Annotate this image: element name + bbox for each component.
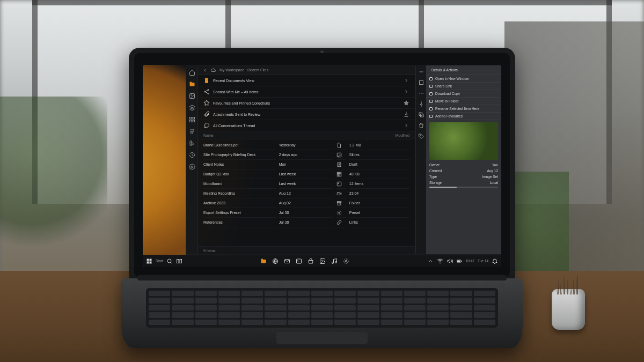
back-icon[interactable] [202,68,208,73]
pinned-app-photos-icon[interactable] [319,258,326,264]
list-item-label: Favourites and Pinned Collections [213,101,400,105]
file-name: Archive 2023 [203,201,225,205]
trash-icon[interactable] [418,122,425,129]
battery-icon[interactable] [456,258,463,264]
tray-chevron-icon[interactable] [427,258,434,264]
minimize-icon[interactable] [418,69,425,75]
panel-action[interactable]: Download Copy [426,90,501,98]
checkbox-icon[interactable] [429,85,433,88]
chevron-right-icon[interactable] [403,77,409,84]
checkbox-icon[interactable] [429,115,433,118]
table-row[interactable]: Export Settings Preset [203,208,276,218]
more-icon[interactable] [418,90,425,97]
start-label[interactable]: Start [156,259,163,263]
svg-rect-34 [177,259,179,263]
date[interactable]: Tue 14 [478,259,488,263]
pinned-app-settings-icon[interactable] [343,258,349,264]
panel-action[interactable]: Share Link [426,83,501,90]
pinned-app-store-icon[interactable] [308,258,314,264]
taskbar: Start [143,255,501,267]
col-modified[interactable]: Modified [396,134,409,137]
home-icon[interactable] [188,69,196,76]
swatch-icon[interactable] [188,139,196,147]
table-row[interactable]: Brand Guidelines.pdf [203,141,276,150]
pin-icon[interactable] [418,101,425,107]
chevron-right-icon[interactable] [403,88,409,95]
file-modified: 2 days ago [279,150,333,160]
panel-action[interactable]: Open in New Window [426,75,501,83]
grid-icon[interactable] [188,116,196,123]
breadcrumb[interactable]: My Workspace · Recent Files [219,68,268,72]
laptop: My Workspace · Recent Files Recent Docum… [129,48,515,348]
copy-icon[interactable] [418,112,425,118]
pinned-app-explorer-icon[interactable] [260,258,267,264]
clock[interactable]: 10:42 [466,259,474,263]
panel-action[interactable]: Rename Selected Item Here [426,105,501,113]
pinned-app-terminal-icon[interactable] [296,258,302,264]
svg-point-17 [338,182,339,183]
svg-point-33 [167,259,171,263]
table-row[interactable]: Meeting Recording [203,189,276,198]
table-row[interactable]: Budget Q3.xlsx [203,169,276,179]
maximize-icon[interactable] [418,79,425,86]
start-icon[interactable] [146,258,152,264]
list-item[interactable]: All Conversations Thread [198,120,415,131]
pinned-app-music-icon[interactable] [331,258,338,264]
svg-rect-4 [189,120,192,122]
table-row[interactable]: Moodboard [203,179,276,189]
table-row[interactable]: Site Photography Briefing Deck [203,150,276,160]
adjust-icon[interactable] [188,128,196,135]
svg-point-22 [419,93,420,94]
pinned-app-mail-icon[interactable] [284,258,290,264]
folder-icon[interactable] [188,80,196,88]
meta-row: OwnerYou [426,162,501,168]
settings-icon[interactable] [188,163,196,171]
wifi-icon[interactable] [437,258,443,264]
checkbox-icon[interactable] [429,92,433,95]
volume-icon[interactable] [447,258,453,264]
table-row[interactable]: Client Notes [203,160,276,169]
svg-rect-3 [193,117,195,120]
layers-icon[interactable] [188,104,196,112]
svg-point-44 [440,263,440,263]
pinned-app-browser-icon[interactable] [272,258,279,264]
laptop-hinge [137,275,507,280]
table-row[interactable]: Archive 2023 [203,198,276,208]
tag-icon[interactable] [418,133,425,139]
panel-action[interactable]: Add to Favourites [426,113,501,120]
notifications-icon[interactable] [492,258,498,264]
titlebar: My Workspace · Recent Files [198,65,415,75]
col-name[interactable]: Name [203,134,214,137]
link-icon [336,218,346,227]
table-icon [336,169,346,179]
panel-action[interactable]: Move to Folder [426,98,501,105]
star-icon[interactable] [403,100,409,106]
checkbox-icon[interactable] [429,100,433,103]
laptop-base [121,278,523,348]
list-item[interactable]: Attachments Sent to Review [198,109,415,120]
main-column: My Workspace · Recent Files Recent Docum… [198,65,415,254]
svg-rect-29 [147,258,149,261]
history-icon[interactable] [188,151,196,159]
pen-cup [552,289,585,330]
search-icon[interactable] [166,258,173,264]
preview-thumbnail[interactable] [429,122,498,160]
list-item[interactable]: Favourites and Pinned Collections [198,98,415,109]
desktop-area[interactable] [143,65,186,255]
list-item[interactable]: Recent Documents View [198,75,415,86]
item-count: 9 items [203,249,216,253]
checkbox-icon[interactable] [429,107,433,110]
chevron-right-icon[interactable] [403,122,409,129]
details-actions: Open in New Window Share Link Download C… [426,75,501,120]
checkbox-icon[interactable] [429,77,433,80]
download-icon[interactable] [403,111,409,117]
list-item-label: All Conversations Thread [213,124,400,128]
task-view-icon[interactable] [176,258,182,264]
screen: My Workspace · Recent Files Recent Docum… [143,65,501,267]
svg-rect-19 [337,201,341,202]
image-icon[interactable] [188,92,196,100]
list-item[interactable]: Shared With Me – All Items [198,86,415,98]
file-meta: Draft [349,160,409,169]
list-item-label: Shared With Me – All Items [213,90,400,94]
table-row[interactable]: References [203,218,276,227]
